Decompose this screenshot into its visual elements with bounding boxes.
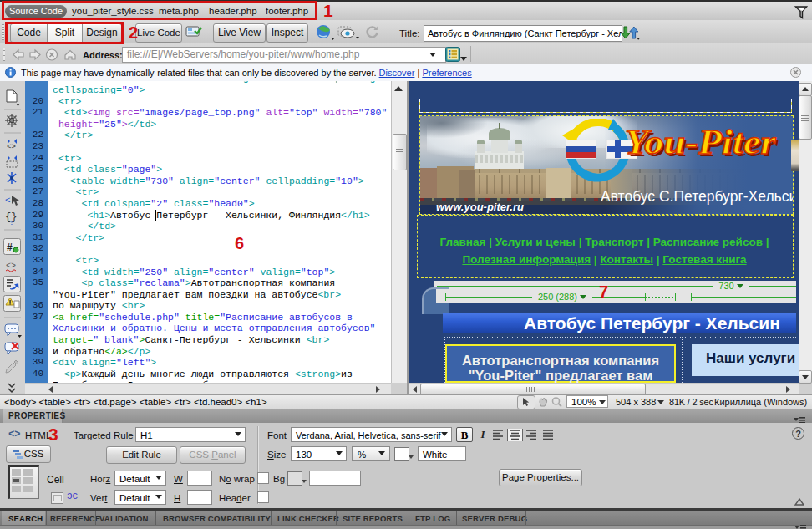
svg-text:{}: {} xyxy=(5,211,17,223)
svg-text:#: # xyxy=(7,242,13,253)
svg-text:<: < xyxy=(5,196,11,206)
svg-text:<>: <> xyxy=(7,143,16,151)
